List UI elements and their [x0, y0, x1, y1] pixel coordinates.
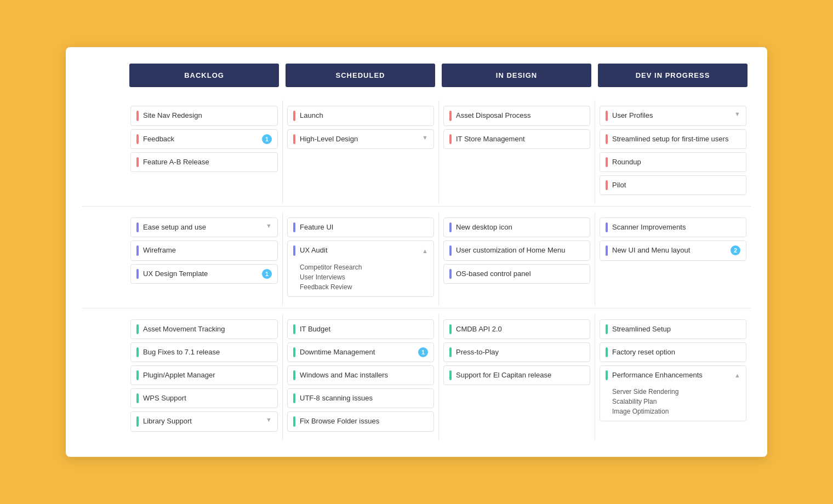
card-accent-bar [136, 370, 139, 380]
expanded-item: Server Side Rendering [612, 387, 740, 397]
card-title: User Profiles [612, 111, 731, 121]
card-title: Press-to-Play [456, 347, 584, 357]
card-badge: 1 [262, 134, 272, 144]
card-title: Plugin/Applet Manager [143, 370, 272, 380]
card-accent-bar [293, 347, 295, 357]
card-accent-bar [136, 134, 139, 144]
card-accent-bar [449, 222, 452, 232]
card[interactable]: High-Level Design▼ [287, 129, 434, 149]
card-accent-bar [136, 111, 139, 121]
card-accent-bar [449, 269, 452, 279]
card[interactable]: Launch [287, 106, 434, 125]
cell-dev-scheduled: IT BudgetDowntime Management1Windows and… [282, 314, 438, 440]
card[interactable]: Press-to-Play [443, 342, 590, 362]
card[interactable]: Library Support▼ [130, 411, 278, 431]
card[interactable]: CMDB API 2.0 [443, 319, 590, 339]
card[interactable]: WPS Support [130, 388, 278, 408]
card-title: User customization of Home Menu [456, 245, 584, 255]
card[interactable]: Plugin/Applet Manager [130, 365, 278, 385]
card[interactable]: Asset Disposal Process [443, 106, 590, 125]
card-title: Launch [300, 111, 428, 121]
card-accent-bar [136, 269, 139, 279]
card-accent-bar [606, 324, 608, 334]
card-accent-bar [293, 134, 295, 144]
card[interactable]: Feature UI [287, 217, 434, 237]
card-title: Wireframe [143, 245, 272, 255]
expanded-item: User Interviews [300, 272, 428, 282]
card-accent-bar [136, 324, 139, 334]
expanded-item: Feedback Review [300, 282, 428, 292]
col-header-dev-in-progress: DEV IN PROGRESS [598, 64, 748, 87]
card[interactable]: Wireframe [130, 240, 278, 260]
card[interactable]: OS-based control panel [443, 264, 590, 284]
expanded-item: Image Optimization [612, 406, 740, 416]
col-header-in-design: IN DESIGN [442, 64, 591, 87]
card-title: Roundup [612, 157, 740, 167]
card[interactable]: Roundup [600, 152, 746, 172]
card-title: Feature UI [300, 222, 428, 232]
card-title: Support for El Capitan release [456, 370, 584, 380]
card-accent-bar [136, 157, 139, 167]
card[interactable]: UTF-8 scanning issues [287, 388, 434, 408]
row-dev: DEVAsset Movement TrackingBug Fixes to 7… [82, 308, 751, 440]
card[interactable]: Fix Browse Folder issues [287, 411, 434, 431]
card-accent-bar [606, 245, 608, 255]
chevron-down-icon: ▼ [734, 111, 740, 117]
card-title: Pilot [612, 180, 740, 190]
card-accent-bar [293, 416, 295, 426]
card[interactable]: Streamlined setup for first-time users [600, 129, 746, 149]
card[interactable]: Ease setup and use▼ [130, 217, 278, 237]
card[interactable]: Factory reset option [600, 342, 746, 362]
card[interactable]: Feedback1 [130, 129, 278, 149]
card[interactable]: Downtime Management1 [287, 342, 434, 362]
cell-dev-backlog: Asset Movement TrackingBug Fixes to 7.1 … [126, 314, 282, 440]
card-accent-bar [449, 324, 452, 334]
card[interactable]: Bug Fixes to 7.1 release [130, 342, 278, 362]
row-label-cell: PRODUCT [82, 100, 126, 204]
cell-ux-backlog: Ease setup and use▼WireframeUX Design Te… [126, 212, 282, 305]
chevron-down-icon: ▼ [266, 416, 272, 423]
card-expanded[interactable]: UX Audit ▲ Competitor ResearchUser Inter… [287, 240, 434, 296]
card-title: Streamlined Setup [612, 324, 740, 334]
row-label-cell: DEV [82, 314, 126, 440]
cell-dev-dev_in_progress: Streamlined SetupFactory reset option Pe… [595, 314, 751, 440]
card[interactable]: Windows and Mac installers [287, 365, 434, 385]
card-expanded[interactable]: Performance Enhancements ▲ Server Side R… [600, 365, 746, 421]
cell-dev-in_design: CMDB API 2.0Press-to-PlaySupport for El … [438, 314, 595, 440]
card-title: OS-based control panel [456, 269, 584, 279]
card-title: Asset Movement Tracking [143, 324, 272, 334]
card-title: UX Design Template [143, 269, 259, 279]
card[interactable]: Asset Movement Tracking [130, 319, 278, 339]
card-title: Feedback [143, 134, 259, 144]
card-title: Ease setup and use [143, 222, 263, 232]
row-product: PRODUCTSite Nav RedesignFeedback1Feature… [82, 95, 751, 204]
card[interactable]: UX Design Template1 [130, 264, 278, 284]
card-accent-bar [449, 134, 452, 144]
card[interactable]: Support for El Capitan release [443, 365, 590, 385]
card-title: New UI and Menu layout [612, 245, 727, 255]
card-title: Site Nav Redesign [143, 111, 272, 121]
card[interactable]: IT Budget [287, 319, 434, 339]
card-accent-bar [136, 347, 139, 357]
card[interactable]: Pilot [600, 175, 746, 195]
card-accent-bar [606, 370, 608, 380]
card-title: Streamlined setup for first-time users [612, 134, 740, 144]
card[interactable]: IT Store Management [443, 129, 590, 149]
row-ux: UX & UIEase setup and use▼WireframeUX De… [82, 206, 751, 305]
card-title: Feature A-B Release [143, 157, 272, 167]
card[interactable]: Site Nav Redesign [130, 106, 278, 125]
card[interactable]: New UI and Menu layout2 [600, 240, 746, 260]
card[interactable]: User Profiles▼ [600, 106, 746, 125]
card[interactable]: Streamlined Setup [600, 319, 746, 339]
card-accent-bar [293, 393, 295, 403]
card-accent-bar [449, 111, 452, 121]
card[interactable]: User customization of Home Menu [443, 240, 590, 260]
card[interactable]: New desktop icon [443, 217, 590, 237]
card-badge: 2 [731, 245, 740, 255]
expanded-item: Competitor Research [300, 262, 428, 272]
card-accent-bar [136, 245, 139, 255]
card-accent-bar [606, 157, 608, 167]
card[interactable]: Feature A-B Release [130, 152, 278, 172]
card-accent-bar [606, 111, 608, 121]
card[interactable]: Scanner Improvements [600, 217, 746, 237]
